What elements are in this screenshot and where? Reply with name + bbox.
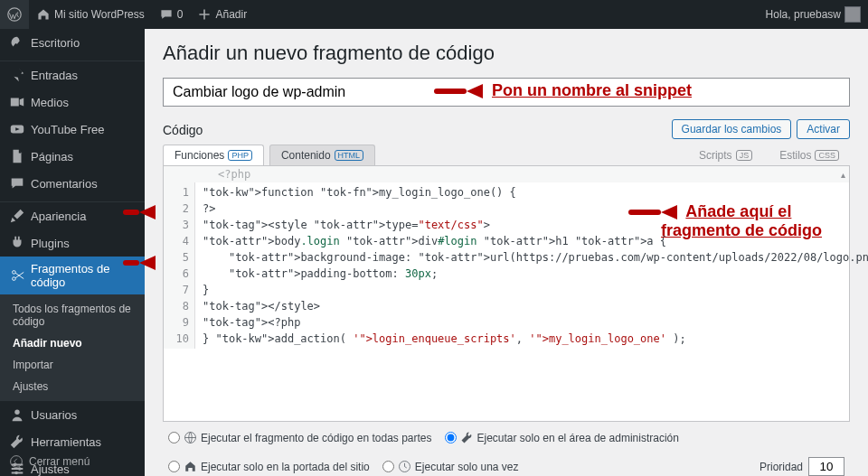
menu-plugins[interactable]: Plugins: [0, 229, 145, 257]
tab-scripts-label: Scripts: [699, 149, 732, 162]
save-button[interactable]: Guardar los cambios: [672, 119, 792, 139]
svg-point-8: [11, 456, 23, 468]
tab-content-label: Contenido: [281, 149, 331, 162]
submenu-all-snippets[interactable]: Todos los fragmentos de código: [0, 298, 145, 332]
scope-admin-radio[interactable]: [445, 432, 457, 443]
menu-posts-label: Entradas: [31, 69, 78, 82]
snippet-title-input[interactable]: [163, 78, 850, 107]
code-tabs: Funciones PHP Contenido HTML Scripts JS …: [163, 145, 850, 422]
pages-icon: [9, 148, 25, 164]
comment-icon: [9, 175, 25, 191]
scope-everywhere[interactable]: Ejecutar el fragmento de código en todas…: [168, 431, 432, 444]
media-icon: [9, 94, 25, 110]
menu-snippets[interactable]: Fragmentos de código: [0, 257, 145, 294]
menu-pages-label: Páginas: [31, 150, 73, 163]
line-gutter: 12345678910: [164, 182, 195, 349]
menu-snippets-label: Fragmentos de código: [31, 262, 136, 289]
tab-functions[interactable]: Funciones PHP: [163, 145, 264, 165]
menu-pages[interactable]: Páginas: [0, 143, 145, 170]
menu-snippets-submenu: Todos los fragmentos de código Añadir nu…: [0, 294, 145, 401]
my-account[interactable]: Hola, pruebasw: [759, 0, 868, 29]
plus-icon: [197, 7, 212, 22]
page-title: Añadir un nuevo fragmento de código: [163, 42, 850, 65]
scope-everywhere-label: Ejecutar el fragmento de código en todas…: [201, 432, 432, 444]
site-name: Mi sitio WordPress: [54, 8, 145, 21]
tab-functions-label: Funciones: [175, 149, 224, 162]
scope-once[interactable]: Ejecutar solo una vez: [382, 460, 519, 473]
scope-everywhere-radio[interactable]: [168, 432, 180, 443]
menu-media-label: Medios: [31, 96, 69, 109]
scope-admin-label: Ejecutar solo en el área de administraci…: [477, 432, 679, 444]
wp-logo[interactable]: [0, 0, 29, 29]
menu-appearance[interactable]: Apariencia: [0, 202, 145, 229]
menu-users-label: Usuarios: [31, 408, 77, 422]
menu-comments[interactable]: Comentarios: [0, 170, 145, 197]
svg-point-3: [13, 277, 16, 281]
admin-toolbar: Mi sitio WordPress 0 Añadir Hola, prueba…: [0, 0, 868, 29]
tab-scripts-tag: JS: [736, 150, 753, 161]
page-body: Ayuda ▾ Añadir un nuevo fragmento de cód…: [145, 0, 868, 476]
add-new-label: Añadir: [215, 8, 247, 21]
avatar: [844, 6, 861, 23]
menu-comments-label: Comentarios: [31, 177, 98, 191]
menu-youtube-free[interactable]: YouTube Free: [0, 116, 145, 143]
wordpress-icon: [7, 7, 22, 22]
pin-icon: [9, 67, 25, 83]
comments-link[interactable]: 0: [152, 0, 191, 29]
collapse-menu[interactable]: Cerrar menú: [0, 447, 145, 476]
site-name-link[interactable]: Mi sitio WordPress: [29, 0, 152, 29]
tab-functions-tag: PHP: [228, 150, 252, 161]
plugin-icon: [9, 235, 25, 251]
priority-input[interactable]: [808, 457, 844, 476]
menu-plugins-label: Plugins: [31, 237, 70, 250]
submenu-add-new[interactable]: Añadir nuevo: [0, 332, 145, 354]
scope-options: Ejecutar el fragmento de código en todas…: [163, 422, 850, 476]
wrench-icon: [460, 431, 474, 444]
menu-youtube-free-label: YouTube Free: [31, 123, 104, 136]
home-icon: [36, 7, 51, 22]
menu-appearance-label: Apariencia: [31, 210, 86, 223]
greeting: Hola, pruebasw: [766, 8, 841, 21]
menu-media[interactable]: Medios: [0, 89, 145, 116]
add-new-link[interactable]: Añadir: [190, 0, 254, 29]
code-editor[interactable]: <?php ▴ 12345678910 "tok-kw">function "t…: [163, 165, 850, 422]
brush-icon: [9, 208, 25, 224]
editor-opening-tag: <?php: [164, 166, 849, 182]
svg-point-4: [14, 410, 19, 415]
user-icon: [9, 406, 25, 423]
scope-once-radio[interactable]: [382, 461, 394, 472]
youtube-icon: [9, 121, 25, 137]
scope-front[interactable]: Ejecutar solo en la portada del sitio: [168, 460, 370, 473]
menu-users[interactable]: Usuarios: [0, 401, 145, 428]
scope-front-label: Ejecutar solo en la portada del sitio: [201, 461, 370, 473]
tab-styles-tag: CSS: [815, 150, 839, 161]
admin-sidebar: Escritorio Entradas Medios YouTube Free …: [0, 29, 145, 476]
tab-content-tag: HTML: [335, 150, 364, 161]
scope-front-radio[interactable]: [168, 461, 180, 472]
priority-label: Prioridad: [760, 461, 803, 473]
globe-icon: [184, 431, 197, 444]
comments-count: 0: [177, 8, 184, 21]
scope-admin[interactable]: Ejecutar solo en el área de administraci…: [445, 431, 679, 444]
code-content[interactable]: "tok-kw">function "tok-fn">my_login_logo…: [195, 182, 868, 349]
comment-icon: [159, 7, 174, 22]
scope-once-label: Ejecutar solo una vez: [415, 461, 519, 473]
collapse-label: Cerrar menú: [29, 455, 90, 468]
clock-icon: [398, 460, 411, 473]
menu-posts[interactable]: Entradas: [0, 61, 145, 89]
svg-point-2: [13, 271, 16, 275]
menu-dashboard[interactable]: Escritorio: [0, 29, 145, 56]
activate-button[interactable]: Activar: [797, 119, 850, 139]
menu-dashboard-label: Escritorio: [31, 36, 80, 50]
dashboard-icon: [9, 34, 25, 51]
submenu-settings[interactable]: Ajustes: [0, 376, 145, 397]
scroll-indicator-icon: ▴: [841, 170, 845, 180]
tab-styles[interactable]: Estilos CSS: [769, 145, 850, 165]
tab-styles-label: Estilos: [779, 149, 811, 162]
home-icon: [184, 460, 197, 473]
submenu-import[interactable]: Importar: [0, 354, 145, 376]
scissors-icon: [9, 267, 25, 284]
collapse-icon: [9, 454, 24, 469]
tab-scripts[interactable]: Scripts JS: [688, 145, 763, 165]
tab-content[interactable]: Contenido HTML: [269, 145, 375, 165]
